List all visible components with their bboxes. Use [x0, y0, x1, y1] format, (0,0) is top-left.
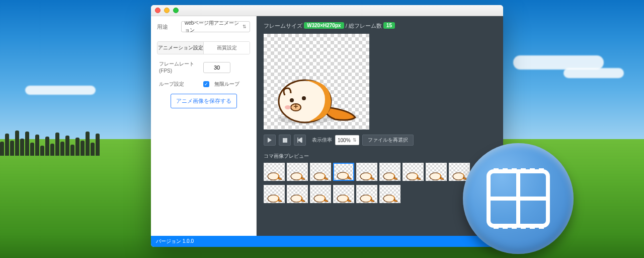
- scale-value: 100%: [338, 138, 351, 143]
- svg-rect-27: [512, 168, 517, 171]
- cloud: [25, 86, 96, 95]
- scale-label: 表示倍率: [312, 137, 332, 144]
- scale-select[interactable]: 100% ⇅: [335, 135, 359, 145]
- thumbnail[interactable]: [379, 163, 400, 181]
- close-icon[interactable]: [155, 8, 160, 13]
- svg-rect-30: [539, 168, 544, 171]
- filmstrip-icon: [486, 168, 551, 229]
- settings-panel: 用途 webページ用アニメーション ⇅ アニメーション設定 画質設定 フレームレ…: [151, 16, 257, 236]
- play-button[interactable]: [264, 135, 276, 146]
- loop-checkbox[interactable]: ✓: [203, 81, 209, 87]
- usage-select[interactable]: webページ用アニメーション ⇅: [181, 21, 250, 32]
- usage-select-value: webページ用アニメーション: [185, 20, 243, 34]
- fps-input[interactable]: [203, 62, 230, 73]
- thumbnail[interactable]: [356, 185, 377, 203]
- thumbnail[interactable]: [403, 163, 424, 181]
- svg-point-5: [285, 105, 291, 109]
- thumbnail[interactable]: [287, 163, 308, 181]
- total-frames-badge: 15: [383, 22, 395, 29]
- preview-sprite: [275, 71, 360, 126]
- thumbnail[interactable]: [426, 163, 447, 181]
- app-icon: [463, 143, 574, 254]
- preview-canvas: [264, 34, 369, 130]
- cloud: [564, 68, 624, 78]
- version-label: バージョン 1.0.0: [156, 238, 194, 245]
- svg-rect-34: [521, 226, 526, 229]
- thumbnail[interactable]: [379, 185, 400, 203]
- tab-animation[interactable]: アニメーション設定: [157, 42, 203, 54]
- tab-quality[interactable]: 画質設定: [203, 42, 250, 54]
- svg-point-3: [302, 96, 306, 100]
- svg-rect-25: [494, 168, 499, 171]
- loop-checkbox-label: 無限ループ: [214, 81, 239, 88]
- svg-rect-29: [530, 168, 535, 171]
- cloud: [513, 55, 604, 70]
- svg-rect-32: [503, 226, 508, 229]
- reselect-files-button[interactable]: ファイルを再選択: [362, 135, 414, 146]
- status-bar: バージョン 1.0.0: [151, 236, 503, 247]
- svg-rect-36: [539, 226, 544, 229]
- loop-label: ループ設定: [159, 81, 198, 88]
- svg-rect-28: [521, 168, 526, 171]
- thumbnail[interactable]: [287, 185, 308, 203]
- total-frames-label: 総フレーム数: [349, 23, 382, 29]
- svg-rect-6: [283, 138, 287, 143]
- frame-info: フレームサイズ W320×H270px / 総フレーム数 15: [264, 22, 496, 30]
- svg-rect-26: [503, 168, 508, 171]
- app-window: 用途 webページ用アニメーション ⇅ アニメーション設定 画質設定 フレームレ…: [151, 5, 503, 247]
- fps-label: フレームレート (FPS): [159, 60, 198, 75]
- minimize-icon[interactable]: [164, 8, 170, 13]
- stop-button[interactable]: [279, 135, 291, 146]
- svg-point-2: [290, 98, 294, 102]
- first-frame-button[interactable]: [294, 135, 306, 146]
- thumbnail[interactable]: [333, 163, 354, 181]
- settings-tabs: アニメーション設定 画質設定: [157, 41, 250, 54]
- zoom-icon[interactable]: [173, 8, 179, 13]
- svg-rect-33: [512, 226, 517, 229]
- save-button[interactable]: アニメ画像を保存する: [171, 94, 237, 108]
- thumbnail[interactable]: [356, 163, 377, 181]
- thumbnails-strip: [264, 163, 475, 203]
- thumbnail[interactable]: [333, 185, 354, 203]
- thumbnail[interactable]: [264, 185, 285, 203]
- thumbnails-title: コマ画像プレビュー: [264, 153, 496, 160]
- svg-rect-35: [530, 226, 535, 229]
- svg-rect-31: [494, 226, 499, 229]
- thumbnail[interactable]: [264, 163, 285, 181]
- frame-size-label: フレームサイズ: [264, 23, 302, 29]
- chevron-updown-icon: ⇅: [353, 138, 357, 143]
- window-titlebar[interactable]: [151, 5, 503, 16]
- thumbnail[interactable]: [310, 163, 331, 181]
- chevron-updown-icon: ⇅: [243, 25, 247, 29]
- usage-label: 用途: [157, 23, 177, 31]
- frame-size-badge: W320×H270px: [304, 22, 344, 29]
- thumbnail[interactable]: [310, 185, 331, 203]
